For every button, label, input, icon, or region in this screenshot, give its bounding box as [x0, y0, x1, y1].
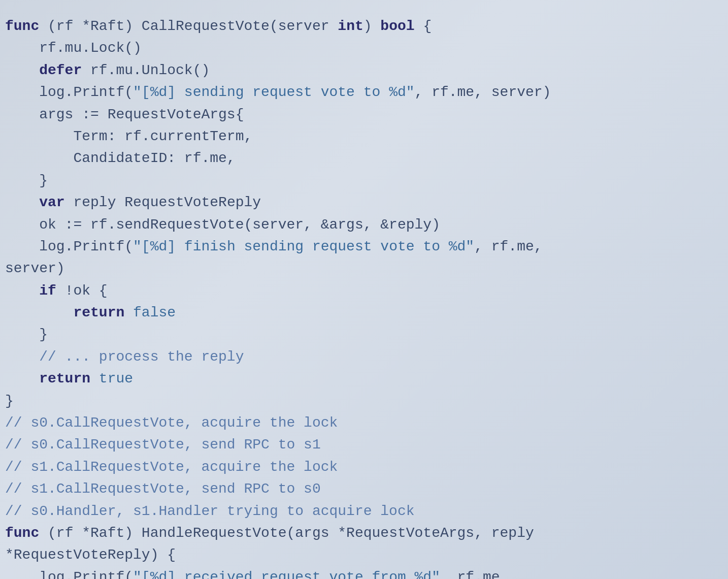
- code-token-normal: {: [415, 18, 432, 34]
- code-token-normal: , rf.me, server): [415, 84, 551, 100]
- code-line: return true: [5, 368, 718, 390]
- code-token-kw: if: [5, 283, 56, 299]
- code-line: log.Printf("[%d] sending request vote to…: [5, 81, 718, 103]
- code-token-normal: log.Printf(: [5, 239, 133, 254]
- code-token-normal: }: [5, 173, 48, 188]
- code-token-kw: defer: [5, 62, 82, 78]
- code-line: defer rf.mu.Unlock(): [5, 59, 718, 81]
- code-token-str: "[%d] finish sending request vote to %d": [133, 239, 474, 254]
- code-token-normal: , rf.me,: [474, 239, 542, 254]
- code-line: // s0.CallRequestVote, send RPC to s1: [5, 434, 718, 456]
- code-line: var reply RequestVoteReply: [5, 191, 718, 213]
- code-token-normal: log.Printf(: [5, 84, 133, 100]
- code-token-normal: }: [5, 393, 14, 409]
- code-line: if !ok {: [5, 280, 718, 302]
- code-line: }: [5, 324, 718, 345]
- code-line: return false: [5, 302, 718, 324]
- code-line: Term: rf.currentTerm,: [5, 125, 718, 147]
- code-container: func (rf *Raft) CallRequestVote(server i…: [0, 0, 728, 579]
- code-token-normal: args := RequestVoteArgs{: [5, 107, 244, 122]
- code-token-kw: var: [5, 195, 65, 210]
- code-token-normal: [124, 305, 133, 320]
- code-line: // s1.CallRequestVote, send RPC to s0: [5, 478, 718, 500]
- code-line: CandidateID: rf.me,: [5, 147, 718, 169]
- code-token-kw: int: [338, 18, 363, 34]
- code-token-normal: rf.mu.Lock(): [5, 40, 142, 56]
- code-line: rf.mu.Lock(): [5, 37, 718, 59]
- code-token-normal: !ok {: [56, 283, 108, 299]
- code-token-normal: (rf *Raft) HandleRequestVote(args *Reque…: [39, 525, 534, 541]
- code-token-str: "[%d] received request vote from %d": [133, 569, 440, 579]
- code-token-comment: // s0.CallRequestVote, send RPC to s1: [5, 437, 321, 453]
- code-token-comment: // s0.CallRequestVote, acquire the lock: [5, 415, 338, 431]
- code-block: func (rf *Raft) CallRequestVote(server i…: [5, 15, 718, 579]
- code-line: server): [5, 258, 718, 279]
- code-line: }: [5, 390, 718, 412]
- code-token-normal: , rf.me,: [440, 569, 508, 579]
- code-line: log.Printf("[%d] received request vote f…: [5, 566, 718, 579]
- code-token-normal: reply RequestVoteReply: [65, 195, 261, 210]
- code-token-kw: func: [5, 18, 39, 34]
- code-token-kw: func: [5, 525, 39, 541]
- code-token-normal: }: [5, 327, 48, 342]
- code-token-comment: // ... process the reply: [5, 349, 244, 365]
- code-line: log.Printf("[%d] finish sending request …: [5, 236, 718, 258]
- code-token-str: false: [133, 305, 176, 320]
- code-line: // s0.CallRequestVote, acquire the lock: [5, 412, 718, 434]
- code-token-comment: // s1.CallRequestVote, send RPC to s0: [5, 481, 321, 497]
- code-line: func (rf *Raft) CallRequestVote(server i…: [5, 15, 718, 37]
- code-token-normal: log.Printf(: [5, 569, 133, 579]
- code-token-kw: bool: [380, 18, 414, 34]
- code-token-normal: server): [5, 261, 65, 276]
- code-token-normal: (rf *Raft) CallRequestVote(server: [39, 18, 338, 34]
- code-token-normal: Term: rf.currentTerm,: [5, 128, 252, 144]
- code-line: }: [5, 170, 718, 191]
- code-line: func (rf *Raft) HandleRequestVote(args *…: [5, 522, 718, 544]
- code-token-normal: ): [363, 18, 381, 34]
- code-token-normal: ok := rf.sendRequestVote(server, &args, …: [5, 217, 440, 233]
- code-line: *RequestVoteReply) {: [5, 544, 718, 566]
- code-token-kw: return: [5, 305, 124, 320]
- code-token-kw: return: [5, 371, 90, 387]
- code-line: // s1.CallRequestVote, acquire the lock: [5, 456, 718, 478]
- code-token-normal: CandidateID: rf.me,: [5, 150, 236, 166]
- code-line: // s0.Handler, s1.Handler trying to acqu…: [5, 500, 718, 522]
- code-token-normal: rf.mu.Unlock(): [82, 62, 210, 78]
- code-token-comment: // s0.Handler, s1.Handler trying to acqu…: [5, 503, 415, 519]
- code-line: // ... process the reply: [5, 346, 718, 368]
- code-line: ok := rf.sendRequestVote(server, &args, …: [5, 214, 718, 236]
- code-line: args := RequestVoteArgs{: [5, 104, 718, 125]
- code-token-normal: *RequestVoteReply) {: [5, 547, 176, 563]
- code-token-normal: [90, 371, 99, 387]
- code-token-str: "[%d] sending request vote to %d": [133, 84, 415, 100]
- code-token-str: true: [99, 371, 133, 387]
- code-token-comment: // s1.CallRequestVote, acquire the lock: [5, 459, 338, 475]
